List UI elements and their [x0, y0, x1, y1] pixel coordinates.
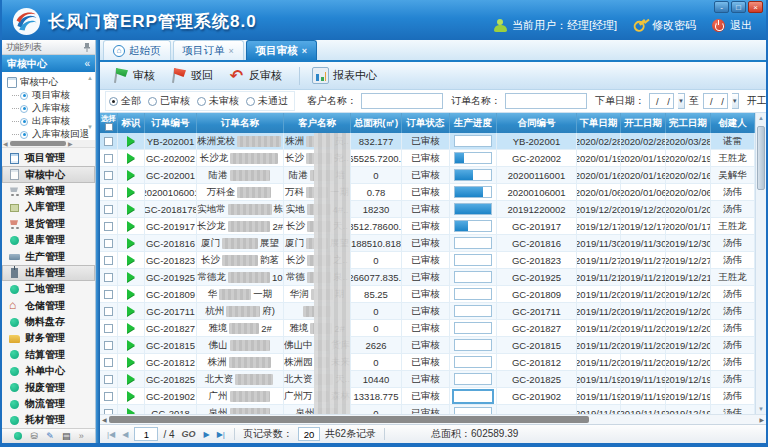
row-checkbox[interactable]	[104, 358, 113, 367]
order-date-to-dropdown[interactable]: ▼	[732, 93, 739, 109]
pin-icon[interactable]	[83, 43, 91, 52]
column-header-d2[interactable]: 开工日期	[621, 113, 666, 133]
tree-node[interactable]: 入库审核	[7, 102, 95, 115]
table-row[interactable]: GC-201823长沙韵茗长沙之..0已审核GC-2018232019/11/2…	[100, 252, 755, 269]
sidebar-menu-item[interactable]: 补单中心	[2, 363, 95, 379]
scroll-right-icon[interactable]: ▶	[68, 140, 73, 148]
tab-close-icon[interactable]: ×	[302, 46, 307, 56]
scroll-right-icon[interactable]: ▶	[759, 415, 764, 425]
table-row[interactable]: GC-2018178实地常栋实地4#..18230已审核201912200022…	[100, 201, 755, 218]
report-icon[interactable]: ▤	[62, 431, 71, 441]
tab-close-icon[interactable]: ×	[229, 46, 234, 56]
scroll-left-icon[interactable]: ◀	[102, 415, 107, 425]
column-header-d1[interactable]: 下单日期	[577, 113, 621, 133]
sidebar-menu-item[interactable]: 出库管理	[2, 265, 95, 281]
maximize-button[interactable]: □	[731, 1, 746, 13]
row-checkbox[interactable]	[104, 341, 113, 350]
filter-radio-未通过[interactable]: 未通过	[246, 94, 288, 108]
table-row[interactable]: GC-2018泉州泉州0已审核2019/11/192019/11/192019/…	[100, 405, 755, 414]
tree-node[interactable]: 项目审核	[7, 89, 95, 102]
page-size-input[interactable]	[298, 427, 320, 441]
order-name-input[interactable]	[505, 93, 587, 109]
tree-root-node[interactable]: 审核中心	[7, 75, 95, 89]
vertical-scrollbar[interactable]: ▲ ▼	[755, 113, 766, 414]
sidebar-menu-item[interactable]: 退货管理	[2, 216, 95, 232]
row-checkbox[interactable]	[104, 154, 113, 163]
sidebar-menu-item[interactable]: 耗材管理	[2, 412, 95, 428]
sidebar-menu-item[interactable]: 生产管理	[2, 248, 95, 264]
table-row[interactable]: 20200106001万科金万科一期0.78已审核202001060012020…	[100, 184, 755, 201]
审核-button[interactable]: 审核	[108, 65, 164, 86]
row-checkbox[interactable]	[104, 137, 113, 146]
more-icon[interactable]: »	[79, 431, 83, 441]
filter-radio-全部[interactable]: 全部	[109, 94, 141, 108]
row-checkbox[interactable]	[104, 205, 113, 214]
column-header-d3[interactable]: 完工日期	[666, 113, 711, 133]
tree-horizontal-scrollbar[interactable]: ◀ ▶	[2, 140, 95, 148]
table-row[interactable]: GC-201816厦门展望厦门展望188510.818已审核GC-2018162…	[100, 235, 755, 252]
row-checkbox[interactable]	[104, 375, 113, 384]
page-number-input[interactable]	[134, 427, 158, 441]
scrollbar-thumb[interactable]	[109, 416, 589, 423]
cart-icon[interactable]: ⛁	[30, 431, 38, 441]
row-checkbox[interactable]	[104, 239, 113, 248]
table-row[interactable]: GC-201925常德龙10常德泉..266077.835..已审核GC-201…	[100, 269, 755, 286]
table-row[interactable]: GC-201827雅境2#雅境2#0已审核GC-2018272019/11/20…	[100, 320, 755, 337]
column-header-sel[interactable]: 选择	[100, 113, 118, 133]
column-header-contract[interactable]: 合同编号	[497, 113, 577, 133]
tree-scroll-down-icon[interactable]: ▼	[87, 124, 93, 130]
tab-项目审核[interactable]: 项目审核×	[246, 40, 317, 60]
table-row[interactable]: GC-201711杭州府)0已审核GC-2017112019/11/202019…	[100, 303, 755, 320]
go-button[interactable]: GO	[180, 429, 198, 439]
scrollbar-thumb[interactable]	[757, 126, 765, 190]
edit-icon[interactable]: ✎	[46, 431, 54, 441]
horizontal-scrollbar[interactable]: ◀ ▶	[100, 414, 766, 424]
filter-radio-未审核[interactable]: 未审核	[197, 94, 239, 108]
tree-node[interactable]: 入库审核回退	[7, 128, 95, 140]
table-row[interactable]: GC-201825北大资北大资天..10440已审核GC-2018252019/…	[100, 371, 755, 388]
order-date-to-input[interactable]: / /	[703, 93, 728, 109]
row-checkbox[interactable]	[104, 409, 113, 415]
change-password-button[interactable]: 修改密码	[633, 18, 696, 33]
column-header-status[interactable]: 订单状态	[402, 113, 450, 133]
row-checkbox[interactable]	[104, 273, 113, 282]
tree-node[interactable]: 出库审核	[7, 115, 95, 128]
next-page-button[interactable]: ▶	[203, 430, 211, 439]
column-header-prog[interactable]: 生产进度	[450, 113, 497, 133]
order-date-from-dropdown[interactable]: ▼	[678, 93, 685, 109]
tab-项目订单[interactable]: 项目订单×	[173, 40, 244, 60]
sidebar-menu-item[interactable]: 审核中心	[2, 166, 95, 182]
column-header-cust[interactable]: 客户名称	[284, 113, 351, 133]
row-checkbox[interactable]	[104, 392, 113, 401]
row-checkbox[interactable]	[104, 290, 113, 299]
last-page-button[interactable]: ▶|	[216, 430, 226, 439]
scroll-up-icon[interactable]: ▲	[756, 115, 766, 121]
order-date-from-input[interactable]: / /	[649, 93, 674, 109]
table-row[interactable]: YB-202001株洲党校株洲员..832.177已审核YB-202001202…	[100, 133, 755, 150]
table-row[interactable]: GC-201812株洲株洲园未来0已审核GC-2018122019/11/202…	[100, 354, 755, 371]
sidebar-menu-item[interactable]: 退库管理	[2, 232, 95, 248]
logout-button[interactable]: 退出	[712, 18, 752, 33]
报表中心-button[interactable]: 报表中心	[308, 65, 386, 86]
sidebar-menu-item[interactable]: 采购管理	[2, 183, 95, 199]
sidebar-menu-item[interactable]: 财务管理	[2, 330, 95, 346]
customer-name-input[interactable]	[361, 93, 443, 109]
column-header-order[interactable]: 订单编号	[145, 113, 197, 133]
minimize-button[interactable]: -	[714, 1, 729, 13]
table-row[interactable]: GC-202001陆港陆港墙0已审核202001160012020/01/162…	[100, 167, 755, 184]
sidebar-menu-item[interactable]: 项目管理	[2, 150, 95, 166]
scroll-down-icon[interactable]: ▼	[756, 406, 766, 412]
tab-起始页[interactable]: ⌂起始页	[103, 40, 171, 60]
row-checkbox[interactable]	[104, 171, 113, 180]
table-row[interactable]: GC-201809华一期华润期85.25已审核GC-2018092019/11/…	[100, 286, 755, 303]
驳回-button[interactable]: 驳回	[166, 65, 222, 86]
sidebar-menu-item[interactable]: 报废管理	[2, 379, 95, 395]
tree-scroll-up-icon[interactable]: ▲	[87, 75, 93, 81]
filter-radio-已审核[interactable]: 已审核	[148, 94, 190, 108]
table-row[interactable]: GC-202002长沙龙长沙尧..65525.7200..已审核GC-20200…	[100, 150, 755, 167]
row-checkbox[interactable]	[104, 256, 113, 265]
row-checkbox[interactable]	[104, 188, 113, 197]
first-page-button[interactable]: |◀	[106, 430, 116, 439]
close-button[interactable]: ×	[748, 1, 763, 13]
column-header-name[interactable]: 订单名称	[197, 113, 284, 133]
